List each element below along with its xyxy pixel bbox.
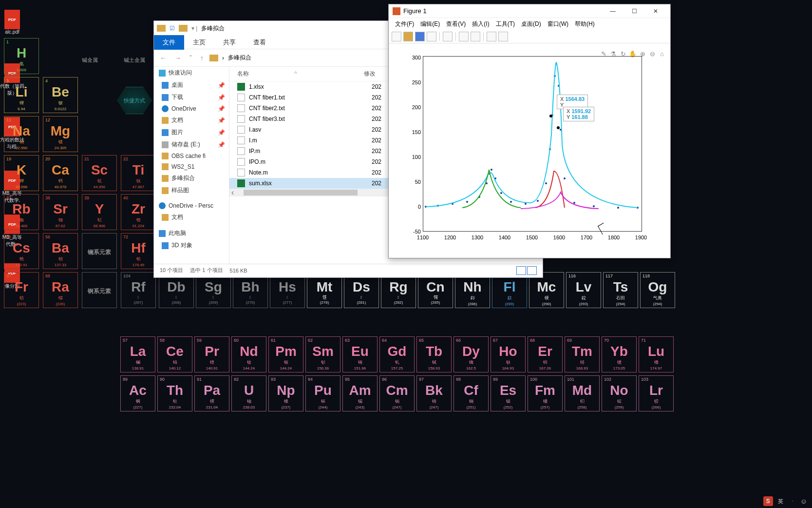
element-gd[interactable]: 64Gd钆157.25 <box>379 336 415 372</box>
sidebar-this-pc[interactable]: 此电脑 <box>154 227 229 239</box>
element-hf[interactable]: 72Hf铪178.49 <box>121 233 156 269</box>
element-np[interactable]: 93Np镎(237) <box>268 375 303 411</box>
minimize-button[interactable]: — <box>602 4 623 18</box>
menu-item[interactable]: 工具(T) <box>493 20 517 28</box>
layout-icon[interactable] <box>498 32 508 41</box>
colorbar-icon[interactable] <box>459 32 469 41</box>
sidebar-folder1[interactable]: 多峰拟合 <box>154 172 229 184</box>
element-ba[interactable]: 56Ba钡137.33 <box>43 233 78 269</box>
menu-item[interactable]: 插入(I) <box>470 20 491 28</box>
element-sr[interactable]: 38Sr锶87.62 <box>43 194 78 230</box>
sidebar-ws2[interactable]: WS2_S1 <box>154 161 229 172</box>
element-pu[interactable]: 94Pu钚(244) <box>305 375 340 411</box>
legend-icon[interactable] <box>471 32 480 41</box>
menu-item[interactable]: 帮助(H) <box>572 20 597 28</box>
arrow-icon[interactable] <box>487 32 496 41</box>
element-no[interactable]: 102No锘(259) <box>602 375 637 411</box>
sidebar-desktop[interactable]: 桌面📌 <box>154 79 229 91</box>
menu-item[interactable]: 窗口(W) <box>545 20 571 28</box>
sidebar-obs[interactable]: OBS cache fi <box>154 151 229 161</box>
view-list-icon[interactable] <box>516 266 526 275</box>
element-cs[interactable]: 55Cs铯132.91 <box>4 233 39 269</box>
nav-dropdown-icon[interactable]: ˅ <box>187 54 194 62</box>
nav-up-icon[interactable]: ↑ <box>198 54 206 62</box>
figure-axes[interactable]: -50050100150200250300 110012001300140015… <box>389 43 670 258</box>
element-sc[interactable]: 21Sc钪44.956 <box>82 155 117 191</box>
view-grid-icon[interactable] <box>527 266 537 275</box>
element-cm[interactable]: 96Cm锔(247) <box>379 375 415 411</box>
element-lu[interactable]: 71Lu镥174.97 <box>639 336 674 372</box>
element-md[interactable]: 101Md钔(258) <box>565 375 600 411</box>
nav-back-icon[interactable]: ← <box>158 54 169 62</box>
element-ra[interactable]: 88Ra镭(226) <box>43 272 78 308</box>
emoji-icon[interactable]: ☺ <box>800 497 807 505</box>
element-h[interactable]: 1H氢1.008 <box>4 38 39 74</box>
datatip[interactable]: X 1591.92Y 161.88 <box>563 107 594 121</box>
sidebar-documents[interactable]: 文档📌 <box>154 114 229 126</box>
ime-mode[interactable]: ㆍ <box>788 497 797 506</box>
element-sm[interactable]: 62Sm钐150.36 <box>305 336 340 372</box>
menu-item[interactable]: 文件(F) <box>393 20 416 28</box>
menu-item[interactable]: 桌面(D) <box>519 20 544 28</box>
element-pa[interactable]: 91Pa镤231.04 <box>194 375 229 411</box>
element-zr[interactable]: 40Zr锆91.224 <box>121 194 156 230</box>
element-lv[interactable]: 116Lv鉝(293) <box>566 272 601 308</box>
element-ac[interactable]: 89Ac锕(227) <box>120 375 155 411</box>
element-rb[interactable]: 37Rb铷85.468 <box>4 194 39 230</box>
sidebar-quick-access[interactable]: 快速访问 <box>154 67 229 79</box>
element-es[interactable]: 99Es锿(252) <box>491 375 526 411</box>
element-k[interactable]: 19K钾39.098 <box>4 155 39 191</box>
ime-lang[interactable]: 英 <box>776 497 785 506</box>
sogou-ime-icon[interactable]: S <box>763 496 773 506</box>
element-ts[interactable]: 117Ts石田(294) <box>603 272 638 308</box>
element-nd[interactable]: 60Nd钕144.24 <box>231 336 266 372</box>
open-icon[interactable] <box>403 32 413 41</box>
print-icon[interactable] <box>427 32 436 41</box>
element-eu[interactable]: 63Eu铕151.96 <box>342 336 378 372</box>
element-ti[interactable]: 22Ti钛47.867 <box>121 155 156 191</box>
element-yb[interactable]: 70Yb镱173.05 <box>602 336 637 372</box>
element-cf[interactable]: 98Cf锎(251) <box>453 375 489 411</box>
element-na[interactable]: 11Na钠22.990 <box>4 116 39 152</box>
sidebar-drive-e[interactable]: 储存盘 (E:)📌 <box>154 138 229 151</box>
sidebar-downloads[interactable]: 下载📌 <box>154 91 229 103</box>
element-fr[interactable]: 87Fr钫(223) <box>4 272 39 308</box>
link-icon[interactable] <box>443 32 453 41</box>
element-og[interactable]: 118Og气奥(294) <box>640 272 675 308</box>
element-th[interactable]: 90Th钍232.04 <box>157 375 192 411</box>
element-rf[interactable]: 104Rf𬬻(267) <box>121 272 156 308</box>
element-la[interactable]: 57La镧138.91 <box>120 336 155 372</box>
menu-item[interactable]: 编辑(E) <box>418 20 442 28</box>
save-icon[interactable] <box>415 32 425 41</box>
element-tm[interactable]: 69Tm铥168.93 <box>565 336 600 372</box>
col-name[interactable]: 名称 <box>237 70 249 77</box>
maximize-button[interactable]: ☐ <box>623 4 645 18</box>
sidebar-pictures[interactable]: 图片📌 <box>154 126 229 138</box>
nav-fwd-icon[interactable]: → <box>172 54 183 62</box>
element-ho[interactable]: 67Ho钬164.93 <box>491 336 526 372</box>
element-bk[interactable]: 97Bk锫(247) <box>416 375 452 411</box>
element-ca[interactable]: 20Ca钙40.078 <box>43 155 78 191</box>
sidebar-onedrive[interactable]: OneDrive📌 <box>154 103 229 114</box>
element-pr[interactable]: 59Pr镨140.91 <box>194 336 229 372</box>
new-icon[interactable] <box>392 32 401 41</box>
menu-item[interactable]: 查看(V) <box>444 20 468 28</box>
element-be[interactable]: 4Be铍9.0122 <box>43 77 78 113</box>
desktop-pdf-icon[interactable]: PDFalc.pdf <box>0 10 24 35</box>
element-li[interactable]: 3Li锂6.94 <box>4 77 39 113</box>
breadcrumb[interactable]: 多峰拟合 <box>228 54 251 62</box>
sidebar-folder2[interactable]: 样品图 <box>154 184 229 196</box>
ribbon-share[interactable]: 共享 <box>214 35 245 50</box>
element-mg[interactable]: 12Mg镁24.305 <box>43 116 78 152</box>
ribbon-home[interactable]: 主页 <box>184 35 214 50</box>
element-y[interactable]: 39Y钇88.906 <box>82 194 117 230</box>
sidebar-3d-objects[interactable]: 3D 对象 <box>154 239 229 252</box>
element-tb[interactable]: 65Tb铽158.93 <box>416 336 452 372</box>
element-lr[interactable]: 103Lr铹(266) <box>639 375 674 411</box>
element-er[interactable]: 68Er铒167.26 <box>528 336 563 372</box>
element-u[interactable]: 92U铀238.03 <box>231 375 266 411</box>
close-button[interactable]: ✕ <box>645 4 666 18</box>
ribbon-view[interactable]: 查看 <box>245 35 275 50</box>
element-pm[interactable]: 61Pm钷144.24 <box>268 336 303 372</box>
sidebar-onedrive-personal[interactable]: OneDrive - Persc <box>154 200 229 211</box>
